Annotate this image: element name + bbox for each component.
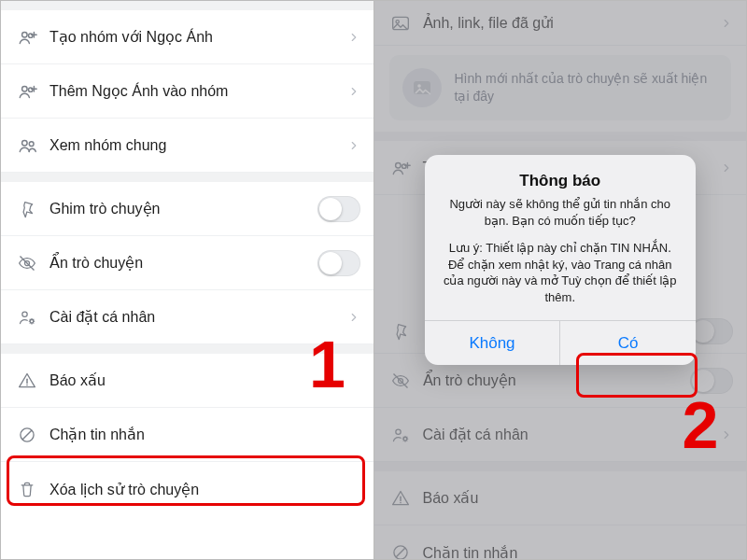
section-gap [1,1,374,10]
block-icon [18,426,46,444]
warning-icon [18,371,46,390]
step-2-pane: Ảnh, link, file đã gửi Hình mới nhất của… [374,1,747,559]
delete-history-row[interactable]: Xóa lịch sử trò chuyện [1,462,374,516]
view-common-groups-row[interactable]: Xem nhóm chung [1,119,374,173]
row-label: Chặn tin nhắn [46,426,360,443]
pin-chat-row[interactable]: Ghim trò chuyện [1,182,374,236]
alert-body: Người này sẽ không thể gửi tin nhắn cho … [442,196,679,229]
trash-icon [18,480,46,498]
row-label: Ghim trò chuyện [46,200,317,217]
block-messages-row[interactable]: Chặn tin nhắn [1,408,374,462]
chevron-right-icon [347,139,360,152]
hide-chat-toggle[interactable] [317,250,360,276]
row-label: Xóa lịch sử trò chuyện [46,481,360,498]
row-label: Xem nhóm chung [46,137,347,154]
row-label: Cài đặt cá nhân [46,308,347,326]
pin-icon [18,200,46,218]
confirm-block-alert: Thông báo Người này sẽ không thể gửi tin… [425,155,696,365]
group-add-icon [18,27,46,48]
tutorial-two-pane: Tạo nhóm với Ngọc Ánh Thêm Ngọc Ánh vào … [0,0,747,560]
alert-note: Lưu ý: Thiết lập này chỉ chặn TIN NHẮN. … [442,240,679,305]
alert-no-button[interactable]: Không [425,321,560,365]
eye-off-icon [18,254,46,273]
group-icon [18,135,46,156]
hide-chat-row[interactable]: Ẩn trò chuyện [1,236,374,290]
personal-settings-row[interactable]: Cài đặt cá nhân [1,290,374,344]
section-gap [1,344,374,354]
chevron-right-icon [347,311,360,324]
create-group-row[interactable]: Tạo nhóm với Ngọc Ánh [1,10,374,64]
chevron-right-icon [347,85,360,98]
alert-yes-button[interactable]: Có [559,321,696,365]
alert-title: Thông báo [442,172,679,190]
add-to-group-row[interactable]: Thêm Ngọc Ánh vào nhóm [1,64,374,119]
user-cog-icon [18,308,46,327]
row-label: Ẩn trò chuyện [46,254,317,272]
row-label: Thêm Ngọc Ánh vào nhóm [46,82,347,100]
row-label: Báo xấu [46,371,360,389]
step-1-pane: Tạo nhóm với Ngọc Ánh Thêm Ngọc Ánh vào … [1,1,374,559]
chevron-right-icon [347,31,360,44]
pin-chat-toggle[interactable] [317,196,360,222]
alert-buttons: Không Có [425,320,696,365]
report-row[interactable]: Báo xấu [1,354,374,408]
section-gap [1,173,374,182]
group-add-icon [18,81,46,102]
row-label: Tạo nhóm với Ngọc Ánh [46,28,347,46]
